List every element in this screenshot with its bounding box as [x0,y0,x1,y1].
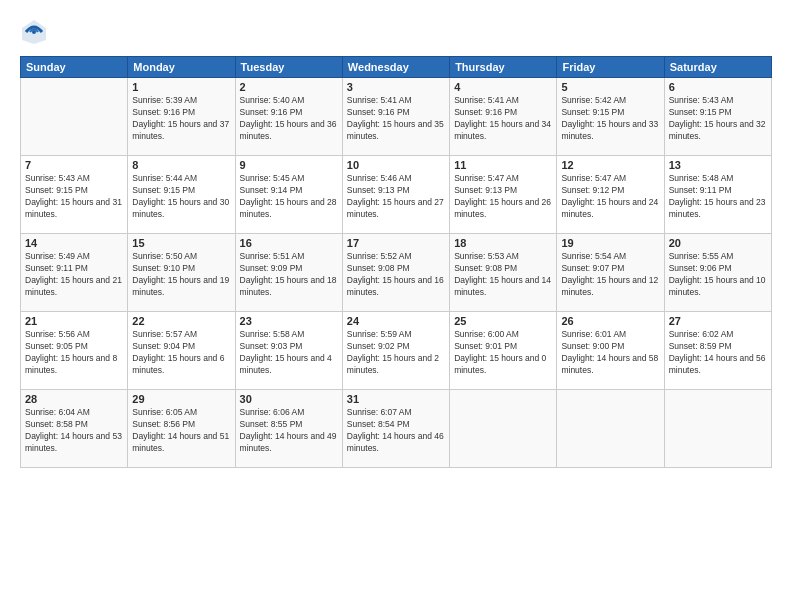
calendar-page: SundayMondayTuesdayWednesdayThursdayFrid… [0,0,792,612]
day-number: 8 [132,159,230,171]
day-number: 24 [347,315,445,327]
day-number: 16 [240,237,338,249]
day-info: Sunrise: 5:40 AM Sunset: 9:16 PM Dayligh… [240,95,338,143]
weekday-header-monday: Monday [128,57,235,78]
day-info: Sunrise: 5:59 AM Sunset: 9:02 PM Dayligh… [347,329,445,377]
day-number: 17 [347,237,445,249]
day-info: Sunrise: 5:44 AM Sunset: 9:15 PM Dayligh… [132,173,230,221]
calendar-cell: 10Sunrise: 5:46 AM Sunset: 9:13 PM Dayli… [342,156,449,234]
calendar-cell: 20Sunrise: 5:55 AM Sunset: 9:06 PM Dayli… [664,234,771,312]
day-info: Sunrise: 5:52 AM Sunset: 9:08 PM Dayligh… [347,251,445,299]
day-info: Sunrise: 5:47 AM Sunset: 9:13 PM Dayligh… [454,173,552,221]
calendar-cell: 29Sunrise: 6:05 AM Sunset: 8:56 PM Dayli… [128,390,235,468]
day-number: 6 [669,81,767,93]
day-number: 30 [240,393,338,405]
day-number: 23 [240,315,338,327]
day-info: Sunrise: 5:55 AM Sunset: 9:06 PM Dayligh… [669,251,767,299]
day-number: 28 [25,393,123,405]
calendar-cell [450,390,557,468]
calendar-cell: 22Sunrise: 5:57 AM Sunset: 9:04 PM Dayli… [128,312,235,390]
calendar-cell: 24Sunrise: 5:59 AM Sunset: 9:02 PM Dayli… [342,312,449,390]
calendar-cell: 11Sunrise: 5:47 AM Sunset: 9:13 PM Dayli… [450,156,557,234]
svg-point-1 [32,30,36,34]
calendar-cell: 27Sunrise: 6:02 AM Sunset: 8:59 PM Dayli… [664,312,771,390]
day-number: 22 [132,315,230,327]
calendar-cell: 2Sunrise: 5:40 AM Sunset: 9:16 PM Daylig… [235,78,342,156]
day-number: 25 [454,315,552,327]
logo-icon [20,18,48,46]
day-number: 20 [669,237,767,249]
calendar-cell: 3Sunrise: 5:41 AM Sunset: 9:16 PM Daylig… [342,78,449,156]
day-info: Sunrise: 5:57 AM Sunset: 9:04 PM Dayligh… [132,329,230,377]
calendar-cell: 5Sunrise: 5:42 AM Sunset: 9:15 PM Daylig… [557,78,664,156]
calendar-cell: 31Sunrise: 6:07 AM Sunset: 8:54 PM Dayli… [342,390,449,468]
day-info: Sunrise: 5:41 AM Sunset: 9:16 PM Dayligh… [347,95,445,143]
day-info: Sunrise: 5:56 AM Sunset: 9:05 PM Dayligh… [25,329,123,377]
calendar-cell: 23Sunrise: 5:58 AM Sunset: 9:03 PM Dayli… [235,312,342,390]
day-number: 7 [25,159,123,171]
day-info: Sunrise: 5:53 AM Sunset: 9:08 PM Dayligh… [454,251,552,299]
day-info: Sunrise: 6:00 AM Sunset: 9:01 PM Dayligh… [454,329,552,377]
calendar-cell: 1Sunrise: 5:39 AM Sunset: 9:16 PM Daylig… [128,78,235,156]
calendar-cell [21,78,128,156]
day-info: Sunrise: 5:43 AM Sunset: 9:15 PM Dayligh… [669,95,767,143]
day-info: Sunrise: 6:04 AM Sunset: 8:58 PM Dayligh… [25,407,123,455]
day-info: Sunrise: 6:06 AM Sunset: 8:55 PM Dayligh… [240,407,338,455]
day-number: 29 [132,393,230,405]
weekday-header-sunday: Sunday [21,57,128,78]
day-info: Sunrise: 5:39 AM Sunset: 9:16 PM Dayligh… [132,95,230,143]
day-info: Sunrise: 5:51 AM Sunset: 9:09 PM Dayligh… [240,251,338,299]
day-info: Sunrise: 5:58 AM Sunset: 9:03 PM Dayligh… [240,329,338,377]
day-number: 10 [347,159,445,171]
day-number: 13 [669,159,767,171]
weekday-header-friday: Friday [557,57,664,78]
calendar-cell: 15Sunrise: 5:50 AM Sunset: 9:10 PM Dayli… [128,234,235,312]
day-number: 5 [561,81,659,93]
week-row-2: 7Sunrise: 5:43 AM Sunset: 9:15 PM Daylig… [21,156,772,234]
calendar-table: SundayMondayTuesdayWednesdayThursdayFrid… [20,56,772,468]
calendar-cell: 9Sunrise: 5:45 AM Sunset: 9:14 PM Daylig… [235,156,342,234]
calendar-cell: 8Sunrise: 5:44 AM Sunset: 9:15 PM Daylig… [128,156,235,234]
calendar-cell: 28Sunrise: 6:04 AM Sunset: 8:58 PM Dayli… [21,390,128,468]
calendar-cell: 18Sunrise: 5:53 AM Sunset: 9:08 PM Dayli… [450,234,557,312]
day-info: Sunrise: 5:49 AM Sunset: 9:11 PM Dayligh… [25,251,123,299]
calendar-cell: 4Sunrise: 5:41 AM Sunset: 9:16 PM Daylig… [450,78,557,156]
day-number: 15 [132,237,230,249]
calendar-cell: 13Sunrise: 5:48 AM Sunset: 9:11 PM Dayli… [664,156,771,234]
calendar-cell [664,390,771,468]
calendar-cell [557,390,664,468]
day-number: 2 [240,81,338,93]
day-number: 11 [454,159,552,171]
header [20,18,772,46]
day-info: Sunrise: 5:54 AM Sunset: 9:07 PM Dayligh… [561,251,659,299]
calendar-cell: 17Sunrise: 5:52 AM Sunset: 9:08 PM Dayli… [342,234,449,312]
day-number: 18 [454,237,552,249]
calendar-cell: 7Sunrise: 5:43 AM Sunset: 9:15 PM Daylig… [21,156,128,234]
day-number: 26 [561,315,659,327]
day-info: Sunrise: 6:05 AM Sunset: 8:56 PM Dayligh… [132,407,230,455]
day-info: Sunrise: 5:45 AM Sunset: 9:14 PM Dayligh… [240,173,338,221]
day-number: 27 [669,315,767,327]
day-info: Sunrise: 5:50 AM Sunset: 9:10 PM Dayligh… [132,251,230,299]
day-info: Sunrise: 6:01 AM Sunset: 9:00 PM Dayligh… [561,329,659,377]
weekday-header-saturday: Saturday [664,57,771,78]
logo [20,18,52,46]
calendar-cell: 16Sunrise: 5:51 AM Sunset: 9:09 PM Dayli… [235,234,342,312]
day-info: Sunrise: 6:07 AM Sunset: 8:54 PM Dayligh… [347,407,445,455]
day-number: 14 [25,237,123,249]
day-number: 9 [240,159,338,171]
day-info: Sunrise: 5:41 AM Sunset: 9:16 PM Dayligh… [454,95,552,143]
day-info: Sunrise: 5:48 AM Sunset: 9:11 PM Dayligh… [669,173,767,221]
day-info: Sunrise: 5:42 AM Sunset: 9:15 PM Dayligh… [561,95,659,143]
day-info: Sunrise: 5:43 AM Sunset: 9:15 PM Dayligh… [25,173,123,221]
calendar-cell: 12Sunrise: 5:47 AM Sunset: 9:12 PM Dayli… [557,156,664,234]
week-row-4: 21Sunrise: 5:56 AM Sunset: 9:05 PM Dayli… [21,312,772,390]
week-row-1: 1Sunrise: 5:39 AM Sunset: 9:16 PM Daylig… [21,78,772,156]
weekday-header-thursday: Thursday [450,57,557,78]
day-number: 4 [454,81,552,93]
day-number: 1 [132,81,230,93]
day-number: 19 [561,237,659,249]
week-row-5: 28Sunrise: 6:04 AM Sunset: 8:58 PM Dayli… [21,390,772,468]
calendar-cell: 6Sunrise: 5:43 AM Sunset: 9:15 PM Daylig… [664,78,771,156]
day-number: 12 [561,159,659,171]
